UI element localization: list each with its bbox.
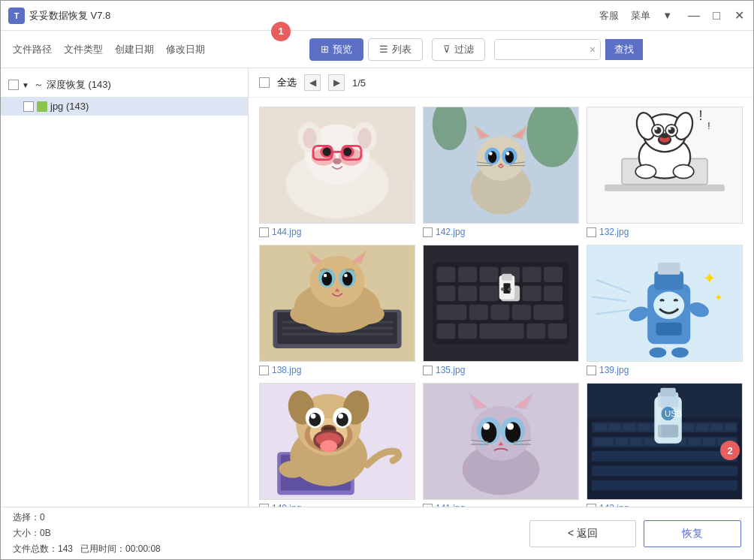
image-checkbox-3[interactable] xyxy=(259,366,269,375)
filter-filepath[interactable]: 文件路径 xyxy=(13,43,52,56)
image-filename-5: 139.jpg xyxy=(599,365,629,375)
svg-point-143 xyxy=(279,461,306,478)
svg-point-136 xyxy=(338,414,343,419)
svg-rect-86 xyxy=(436,286,455,302)
customer-service-link[interactable]: 客服 xyxy=(599,9,619,23)
filter-modifydate[interactable]: 修改日期 xyxy=(166,43,205,56)
image-thumb-3[interactable] xyxy=(259,245,415,362)
image-checkbox-8[interactable] xyxy=(587,504,596,507)
svg-point-77 xyxy=(350,304,385,324)
filter-filetype[interactable]: 文件类型 xyxy=(64,43,103,56)
image-label-7: 141.jpg xyxy=(423,503,579,507)
status-info: 选择：0 大小：0B 文件总数：143 已用时间：00:00:08 xyxy=(13,510,161,557)
svg-rect-95 xyxy=(512,305,531,321)
svg-rect-87 xyxy=(458,286,477,302)
image-checkbox-2[interactable] xyxy=(587,227,596,237)
tree-root-item[interactable]: ▼ ～ 深度恢复 (143) xyxy=(1,74,248,95)
image-thumb-7[interactable] xyxy=(423,383,579,500)
tree-child-jpg[interactable]: jpg (143) xyxy=(1,97,248,116)
svg-rect-176 xyxy=(623,424,635,431)
svg-rect-190 xyxy=(689,438,701,445)
image-thumb-2[interactable]: ! ! xyxy=(587,107,743,224)
left-panel: ▼ ～ 深度恢复 (143) jpg (143) xyxy=(1,68,249,507)
minimize-button[interactable]: — xyxy=(687,9,701,23)
image-thumb-5[interactable]: ✦ ✦ xyxy=(587,245,743,362)
image-checkbox-4[interactable] xyxy=(423,366,433,375)
title-bar: T 妥妥数据恢复 V7.8 客服 菜单 ▼ — □ ✕ xyxy=(1,1,753,31)
svg-point-114 xyxy=(653,292,684,320)
svg-rect-184 xyxy=(594,438,613,445)
svg-rect-90 xyxy=(523,286,541,302)
status-selection: 选择：0 xyxy=(13,510,161,525)
jpg-file-icon xyxy=(37,101,47,112)
image-item-6: 140.jpg xyxy=(259,383,415,507)
status-file-count-time: 文件总数：143 已用时间：00:00:08 xyxy=(13,542,161,556)
main-content: ▼ ～ 深度恢复 (143) jpg (143) 全选 ◀ ▶ 1/5 xyxy=(1,68,753,507)
menu-link[interactable]: 菜单 xyxy=(631,9,650,23)
svg-rect-94 xyxy=(490,305,509,321)
search-input[interactable] xyxy=(495,40,585,59)
image-thumb-0[interactable] xyxy=(259,107,415,224)
svg-rect-185 xyxy=(616,438,628,445)
svg-rect-80 xyxy=(436,267,455,283)
image-thumb-1[interactable] xyxy=(423,107,579,224)
back-button[interactable]: < 返回 xyxy=(529,520,636,547)
image-checkbox-6[interactable] xyxy=(259,504,269,507)
view-preview-button[interactable]: ⊞ 预览 xyxy=(309,38,363,61)
svg-rect-88 xyxy=(479,286,498,302)
svg-rect-62 xyxy=(282,333,393,335)
image-thumb-4[interactable] xyxy=(423,245,579,362)
svg-rect-119 xyxy=(656,323,682,336)
image-grid: 144.jpg xyxy=(249,98,753,507)
filter-button[interactable]: ⊽ 过滤 xyxy=(432,38,485,61)
image-thumb-6[interactable] xyxy=(259,383,415,500)
view-list-button[interactable]: ☰ 列表 xyxy=(368,38,423,61)
root-checkbox[interactable] xyxy=(8,80,19,90)
restore-button[interactable]: 恢复 xyxy=(644,520,741,547)
image-checkbox-5[interactable] xyxy=(587,366,596,375)
svg-rect-38 xyxy=(605,185,725,191)
status-buttons: < 返回 恢复 xyxy=(529,520,741,547)
svg-rect-93 xyxy=(469,305,488,321)
image-item-0: 144.jpg xyxy=(259,107,415,237)
svg-point-156 xyxy=(483,423,490,429)
svg-point-11 xyxy=(323,148,331,156)
svg-rect-182 xyxy=(711,424,723,431)
jpg-checkbox[interactable] xyxy=(23,101,34,112)
svg-text:USB: USB xyxy=(665,409,682,418)
image-thumb-8[interactable]: USB xyxy=(587,383,743,500)
select-all-checkbox[interactable] xyxy=(259,77,270,88)
image-item-3: 138.jpg xyxy=(259,245,415,375)
nav-next-button[interactable]: ▶ xyxy=(328,74,345,91)
collapse-dash: ～ xyxy=(34,78,44,92)
svg-rect-199 xyxy=(656,396,662,444)
nav-prev-button[interactable]: ◀ xyxy=(304,74,321,91)
image-filename-3: 138.jpg xyxy=(272,365,301,375)
svg-point-6 xyxy=(357,128,371,148)
image-checkbox-1[interactable] xyxy=(423,227,433,237)
image-item-8: USB 143.jpg xyxy=(587,383,743,507)
status-size: 大小：0B xyxy=(13,526,161,540)
image-item-1: 142.jpg xyxy=(423,107,579,237)
svg-rect-191 xyxy=(703,438,715,445)
svg-point-76 xyxy=(290,304,324,324)
image-checkbox-0[interactable] xyxy=(259,227,269,237)
search-button[interactable]: 查找 xyxy=(605,39,643,60)
right-panel[interactable]: 全选 ◀ ▶ 1/5 xyxy=(249,68,753,507)
title-bar-actions: 客服 菜单 ▼ xyxy=(599,9,672,23)
image-filename-0: 144.jpg xyxy=(272,227,301,237)
image-label-0: 144.jpg xyxy=(259,227,415,237)
maximize-button[interactable]: □ xyxy=(710,9,723,23)
svg-point-52 xyxy=(660,133,668,138)
image-filename-6: 140.jpg xyxy=(272,503,301,507)
menu-triangle-icon: ▼ xyxy=(662,10,672,21)
image-checkbox-7[interactable] xyxy=(423,504,433,507)
window-controls: — □ ✕ xyxy=(687,9,746,23)
close-button[interactable]: ✕ xyxy=(732,9,746,23)
image-label-6: 140.jpg xyxy=(259,503,415,507)
svg-rect-97 xyxy=(436,324,455,339)
filter-createdate[interactable]: 创建日期 xyxy=(115,43,154,56)
image-item-5: ✦ ✦ 139.jpg xyxy=(587,245,743,375)
search-box: × xyxy=(494,39,601,60)
search-clear-button[interactable]: × xyxy=(585,40,600,59)
